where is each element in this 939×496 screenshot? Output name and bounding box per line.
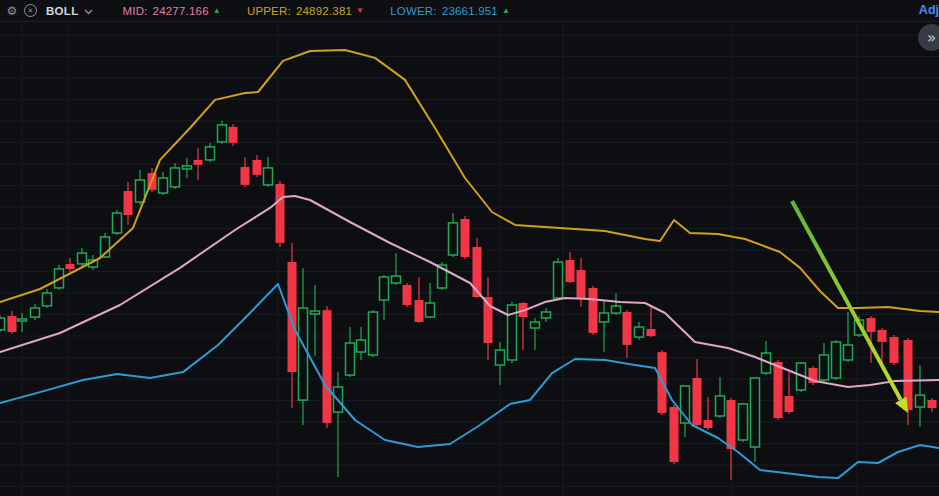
candle (264, 157, 273, 187)
candle (415, 277, 424, 323)
lower-value: 23661.951 (442, 5, 498, 17)
candle (484, 277, 493, 360)
candle (218, 121, 227, 144)
chevron-down-icon[interactable] (84, 9, 93, 15)
candle (229, 124, 238, 146)
candle (357, 327, 366, 360)
candle (670, 405, 679, 464)
candle (241, 157, 250, 187)
candle (392, 253, 401, 285)
candle (473, 238, 482, 298)
boll-lower-field: LOWER: 23661.951 (390, 5, 510, 17)
candle (820, 343, 829, 382)
candle (43, 289, 52, 308)
boll-upper-field: UPPER: 24892.381 (247, 5, 364, 17)
trend-up-icon (502, 7, 510, 15)
candle (600, 300, 609, 352)
candle (18, 313, 27, 332)
settings-gear-icon[interactable]: ⚙ (5, 4, 19, 18)
candle (635, 322, 644, 340)
candle (194, 148, 203, 180)
candle (916, 365, 925, 427)
adjust-link[interactable]: Adj (919, 3, 939, 17)
upper-label: UPPER: (247, 5, 291, 17)
candle (890, 335, 899, 365)
upper-value: 24892.381 (296, 5, 352, 17)
candle (323, 306, 332, 428)
candle (508, 302, 517, 363)
indicator-toolbar: ⚙ ✕ BOLL MID: 24277.166 UPPER: 24892.381… (0, 0, 939, 22)
candle (288, 243, 297, 408)
candle (832, 340, 841, 380)
candle (403, 283, 412, 307)
candle (171, 163, 180, 189)
candle (647, 305, 656, 337)
candle (253, 155, 262, 177)
candle (542, 308, 551, 322)
candle (739, 403, 748, 442)
candle (461, 216, 470, 259)
lower-label: LOWER: (390, 5, 437, 17)
grid-layer (0, 23, 939, 496)
candle (206, 143, 215, 162)
candle (693, 359, 702, 427)
candle (449, 213, 458, 257)
candle (774, 360, 783, 420)
candle (531, 318, 540, 350)
double-chevron-right-icon: » (927, 29, 936, 47)
trend-down-icon (356, 7, 364, 15)
collapse-panel-button[interactable]: » (918, 24, 939, 51)
candle (785, 372, 794, 414)
candle (78, 248, 87, 267)
candle (623, 310, 632, 358)
candle (346, 327, 355, 377)
candle (426, 283, 435, 318)
candle (566, 252, 575, 283)
candle (380, 275, 389, 320)
candle (183, 158, 192, 178)
candle (159, 172, 168, 195)
candle (369, 310, 378, 357)
indicator-name[interactable]: BOLL (46, 5, 79, 17)
candle (311, 285, 320, 356)
candle (928, 398, 937, 412)
candle (124, 182, 133, 225)
candle (589, 286, 598, 335)
candle (66, 258, 75, 272)
candle (751, 377, 760, 462)
candle (716, 377, 725, 418)
candle (727, 398, 736, 480)
candle (704, 397, 713, 430)
candle (113, 210, 122, 235)
price-chart[interactable] (0, 0, 939, 496)
candles-layer (0, 121, 937, 480)
remove-indicator-icon[interactable]: ✕ (24, 4, 37, 17)
boll-mid-field: MID: 24277.166 (123, 5, 221, 17)
candle (612, 293, 621, 315)
mid-label: MID: (123, 5, 148, 17)
candle (762, 341, 771, 375)
candle (0, 315, 5, 332)
trading-chart-window: ⚙ ✕ BOLL MID: 24277.166 UPPER: 24892.381… (0, 0, 939, 496)
mid-value: 24277.166 (153, 5, 209, 17)
candle (276, 181, 285, 247)
candle (31, 304, 40, 320)
candle (844, 312, 853, 362)
candle (334, 372, 343, 477)
trend-up-icon (213, 7, 221, 15)
candle (554, 258, 563, 300)
